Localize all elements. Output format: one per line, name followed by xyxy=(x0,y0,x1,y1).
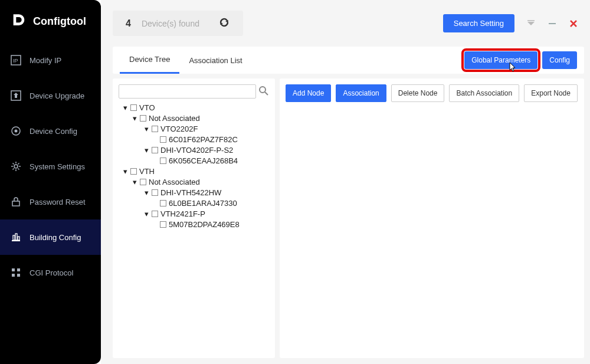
tree-label: Not Associated xyxy=(149,114,200,123)
svg-rect-13 xyxy=(12,274,15,277)
svg-rect-12 xyxy=(17,268,20,271)
search-setting-button[interactable]: Search Setting xyxy=(443,14,514,32)
checkbox[interactable] xyxy=(152,147,158,153)
checkbox[interactable] xyxy=(152,211,158,217)
content-area: Device Tree Association List Global Para… xyxy=(101,47,590,364)
svg-rect-9 xyxy=(15,234,17,240)
sidebar-item-label: Device Config xyxy=(30,127,77,136)
chevron-down-icon: ▾ xyxy=(143,189,149,195)
target-icon xyxy=(11,126,21,136)
add-node-button[interactable]: Add Node xyxy=(286,84,331,102)
logo-area: Configtool xyxy=(0,0,101,42)
work-row: ▾VTO ▾Not Associated ▾VTO2202F 6C01F62PA… xyxy=(113,78,584,358)
tree-panel: ▾VTO ▾Not Associated ▾VTO2202F 6C01F62PA… xyxy=(113,78,275,358)
sidebar-item-password-reset[interactable]: Password Reset xyxy=(0,184,101,219)
action-row: Add Node Association Delete Node Batch A… xyxy=(286,84,578,102)
sidebar-item-modify-ip[interactable]: IP Modify IP xyxy=(0,42,101,78)
refresh-icon[interactable] xyxy=(218,17,230,30)
tree-node-vth[interactable]: ▾VTH xyxy=(119,166,269,176)
checkbox[interactable] xyxy=(160,200,166,206)
svg-rect-14 xyxy=(17,274,20,277)
sidebar: Configtool IP Modify IP Device Upgrade D… xyxy=(0,0,101,364)
lock-icon xyxy=(11,196,21,207)
sidebar-item-label: Device Upgrade xyxy=(30,91,84,100)
global-parameters-label: Global Parameters xyxy=(471,56,530,64)
chevron-down-icon: ▾ xyxy=(143,126,149,132)
upgrade-icon xyxy=(11,90,21,101)
svg-rect-10 xyxy=(18,237,19,240)
chevron-down-icon: ▾ xyxy=(122,168,128,174)
tree-node-model[interactable]: ▾VTO2202F xyxy=(119,123,269,134)
tree-label: VTO2202F xyxy=(160,124,198,133)
ip-icon: IP xyxy=(11,55,21,65)
checkbox[interactable] xyxy=(160,136,166,143)
tab-association-list[interactable]: Association List xyxy=(179,48,251,73)
chevron-down-icon: ▾ xyxy=(132,179,137,185)
topbar: 4 Device(s) found Search Setting xyxy=(101,0,590,47)
tree-node-vto[interactable]: ▾VTO xyxy=(119,102,269,113)
tree-label: 6C01F62PAZ7F82C xyxy=(169,135,238,144)
app-title: Configtool xyxy=(33,15,86,28)
dropdown-icon[interactable] xyxy=(526,19,536,28)
tree-search-row xyxy=(119,84,269,99)
tree-node-serial[interactable]: 5M07B2DPAZ469E8 xyxy=(119,219,269,229)
sidebar-item-system-settings[interactable]: System Settings xyxy=(0,149,101,184)
device-tree: ▾VTO ▾Not Associated ▾VTO2202F 6C01F62PA… xyxy=(119,102,269,229)
checkbox[interactable] xyxy=(160,221,166,228)
right-panel: Add Node Association Delete Node Batch A… xyxy=(280,78,584,358)
sidebar-item-label: Building Config xyxy=(30,233,81,242)
svg-rect-15 xyxy=(527,20,535,21)
tree-label: DHI-VTO4202F-P-S2 xyxy=(160,146,233,155)
minimize-icon[interactable] xyxy=(548,19,557,28)
tree-label: VTO xyxy=(139,103,155,112)
tree-node-model[interactable]: ▾DHI-VTO4202F-P-S2 xyxy=(119,145,269,155)
svg-rect-11 xyxy=(12,268,15,271)
svg-point-17 xyxy=(260,87,266,93)
batch-association-button[interactable]: Batch Association xyxy=(449,84,519,102)
sidebar-item-device-config[interactable]: Device Config xyxy=(0,113,101,149)
config-button[interactable]: Config xyxy=(542,51,577,69)
tree-node-not-associated[interactable]: ▾Not Associated xyxy=(119,176,269,187)
sidebar-item-cgi-protocol[interactable]: CGI Protocol xyxy=(0,255,101,290)
close-icon[interactable] xyxy=(569,19,578,28)
building-icon xyxy=(11,232,21,242)
search-icon[interactable] xyxy=(258,86,269,98)
svg-rect-6 xyxy=(12,201,19,206)
chevron-down-icon: ▾ xyxy=(143,147,149,153)
export-node-button[interactable]: Export Node xyxy=(524,84,578,102)
tree-label: Not Associated xyxy=(149,178,200,186)
device-count: 4 xyxy=(126,18,131,29)
checkbox[interactable] xyxy=(152,189,158,196)
global-parameters-button[interactable]: Global Parameters xyxy=(464,51,537,69)
chevron-down-icon: ▾ xyxy=(122,104,128,110)
checkbox[interactable] xyxy=(140,179,146,185)
tree-label: DHI-VTH5422HW xyxy=(160,188,221,197)
delete-node-button[interactable]: Delete Node xyxy=(391,84,445,102)
tree-node-serial[interactable]: 6C01F62PAZ7F82C xyxy=(119,134,269,145)
tree-node-serial[interactable]: 6K056CEAAJ268B4 xyxy=(119,155,269,166)
tree-node-not-associated[interactable]: ▾Not Associated xyxy=(119,113,269,123)
checkbox[interactable] xyxy=(152,126,158,132)
tree-label: 5M07B2DPAZ469E8 xyxy=(169,220,240,229)
checkbox[interactable] xyxy=(140,115,146,122)
tree-node-model[interactable]: ▾VTH2421F-P xyxy=(119,208,269,219)
tree-node-model[interactable]: ▾DHI-VTH5422HW xyxy=(119,187,269,198)
chevron-down-icon: ▾ xyxy=(132,115,137,121)
tree-search-input[interactable] xyxy=(119,84,256,99)
sidebar-item-building-config[interactable]: Building Config xyxy=(0,219,101,255)
sidebar-item-device-upgrade[interactable]: Device Upgrade xyxy=(0,78,101,113)
checkbox[interactable] xyxy=(160,158,166,164)
tree-label: 6K056CEAAJ268B4 xyxy=(169,156,238,165)
sidebar-item-label: System Settings xyxy=(30,162,85,171)
sidebar-item-label: Password Reset xyxy=(30,198,86,206)
tab-device-tree[interactable]: Device Tree xyxy=(120,47,179,74)
logo-icon xyxy=(11,13,27,29)
association-button[interactable]: Association xyxy=(336,84,386,102)
chevron-down-icon: ▾ xyxy=(143,211,149,217)
checkbox[interactable] xyxy=(130,104,137,111)
tree-label: 6L0BE1ARAJ47330 xyxy=(169,199,237,208)
main-area: 4 Device(s) found Search Setting Device … xyxy=(101,0,590,364)
device-count-box: 4 Device(s) found xyxy=(113,11,243,36)
tree-node-serial[interactable]: 6L0BE1ARAJ47330 xyxy=(119,198,269,208)
checkbox[interactable] xyxy=(130,168,137,175)
